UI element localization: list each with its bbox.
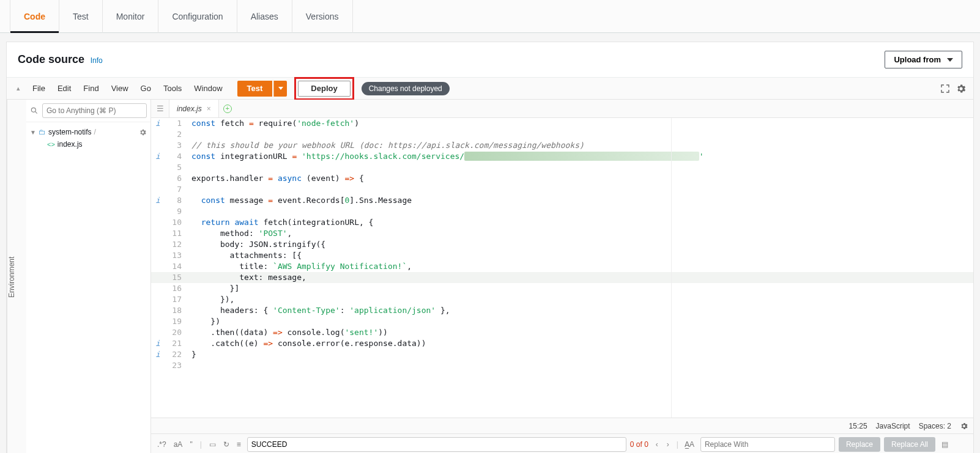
code-line[interactable]: i4const integrationURL = 'https://hooks.… — [151, 151, 973, 162]
gutter-info-icon — [151, 250, 165, 261]
folder-gear-icon[interactable] — [139, 128, 147, 136]
code-line[interactable]: 23 — [151, 360, 973, 371]
caret-down-icon — [947, 58, 953, 62]
line-number: 22 — [165, 349, 187, 360]
code-line[interactable]: 18 headers: { 'Content-Type': 'applicati… — [151, 305, 973, 316]
indent-toggle-icon[interactable]: ≡ — [234, 439, 243, 450]
code-text: }] — [187, 283, 973, 294]
search-icon[interactable] — [30, 106, 39, 115]
editor-tab-index-js[interactable]: index.js × — [169, 100, 219, 117]
find-next-icon[interactable]: › — [663, 439, 673, 450]
editor-status-bar: 15:25 JavaScript Spaces: 2 — [151, 418, 973, 433]
code-line[interactable]: 17 }), — [151, 294, 973, 305]
code-line[interactable]: 13 attachments: [{ — [151, 250, 973, 261]
tab-code[interactable]: Code — [10, 0, 59, 33]
code-line[interactable]: 3// this should be your webhook URL (doc… — [151, 140, 973, 151]
code-line[interactable]: 7 — [151, 184, 973, 195]
find-overflow-icon[interactable]: ▤ — [939, 440, 951, 449]
cursor-position[interactable]: 15:25 — [849, 422, 867, 430]
upload-from-button[interactable]: Upload from — [885, 51, 962, 68]
go-to-anything-input[interactable] — [42, 103, 147, 118]
add-icon: + — [223, 105, 232, 113]
line-number: 20 — [165, 327, 187, 338]
code-line[interactable]: 5 — [151, 162, 973, 173]
whole-word-toggle-icon[interactable]: " — [187, 439, 195, 450]
tab-aliases[interactable]: Aliases — [237, 0, 292, 33]
code-line[interactable]: 2 — [151, 129, 973, 140]
menu-find[interactable]: Find — [77, 81, 105, 95]
code-line[interactable]: 12 body: JSON.stringify({ — [151, 239, 973, 250]
language-mode[interactable]: JavaScript — [876, 422, 910, 430]
folder-root[interactable]: ▼ 🗀 system-notifs / — [30, 126, 147, 138]
info-link[interactable]: Info — [91, 56, 103, 65]
tab-monitor[interactable]: Monitor — [103, 0, 159, 33]
code-line[interactable]: i21 .catch((e) => console.error(e.respon… — [151, 338, 973, 349]
replace-button[interactable]: Replace — [839, 437, 880, 452]
code-text — [187, 206, 973, 217]
code-text — [187, 360, 973, 371]
case-preserve-icon[interactable]: A̲A — [682, 439, 697, 450]
indent-setting[interactable]: Spaces: 2 — [919, 422, 951, 430]
menu-view[interactable]: View — [105, 81, 135, 95]
tab-configuration[interactable]: Configuration — [158, 0, 237, 33]
code-line[interactable]: 14 title: `AWS Amplifyy Notification!`, — [151, 261, 973, 272]
code-line[interactable]: 15 text: message, — [151, 272, 973, 283]
find-prev-icon[interactable]: ‹ — [652, 439, 662, 450]
menu-edit[interactable]: Edit — [51, 81, 77, 95]
code-text: body: JSON.stringify({ — [187, 239, 973, 250]
tab-list-icon[interactable]: ☰ — [151, 100, 169, 117]
code-line[interactable]: 6exports.handler = async (event) => { — [151, 173, 973, 184]
code-text: const integrationURL = 'https://hooks.sl… — [187, 151, 973, 162]
find-options: .*? aA " | ▭ ↻ ≡ — [155, 439, 243, 450]
environment-side-tab[interactable]: Environment — [7, 100, 26, 453]
code-line[interactable]: i22} — [151, 349, 973, 360]
code-line[interactable]: 16 }] — [151, 283, 973, 294]
collapse-toggle-icon[interactable]: ▴ — [12, 82, 25, 95]
code-line[interactable]: 10 return await fetch(integrationURL, { — [151, 217, 973, 228]
code-line[interactable]: 19 }) — [151, 316, 973, 327]
tab-versions[interactable]: Versions — [292, 0, 353, 33]
code-text — [187, 129, 973, 140]
tab-test[interactable]: Test — [59, 0, 103, 33]
code-text: }), — [187, 294, 973, 305]
svg-point-0 — [31, 108, 35, 112]
menu-go[interactable]: Go — [135, 81, 157, 95]
wrap-toggle-icon[interactable]: ↻ — [221, 439, 232, 450]
line-number: 7 — [165, 184, 187, 195]
regex-toggle-icon[interactable]: .*? — [155, 439, 169, 450]
upload-from-label: Upload from — [894, 55, 941, 64]
folder-icon: 🗀 — [39, 128, 46, 136]
line-number: 12 — [165, 239, 187, 250]
gutter-info-icon — [151, 239, 165, 250]
close-tab-icon[interactable]: × — [207, 105, 211, 113]
test-button[interactable]: Test — [237, 81, 273, 97]
code-line[interactable]: i1const fetch = require('node-fetch') — [151, 118, 973, 129]
code-line[interactable]: i8 const message = event.Records[0].Sns.… — [151, 195, 973, 206]
file-row[interactable]: <> index.js — [30, 138, 147, 150]
replace-input[interactable] — [700, 437, 835, 452]
selection-toggle-icon[interactable]: ▭ — [207, 439, 218, 450]
file-tree: ▼ 🗀 system-notifs / <> index.js — [26, 122, 150, 154]
new-tab-button[interactable]: + — [219, 100, 236, 117]
code-line[interactable]: 20 .then((data) => console.log('sent!')) — [151, 327, 973, 338]
code-text: .catch((e) => console.error(e.response.d… — [187, 338, 973, 349]
fullscreen-icon[interactable] — [938, 81, 952, 96]
deploy-button[interactable]: Deploy — [298, 81, 350, 97]
status-gear-icon[interactable] — [960, 422, 968, 430]
menu-tools[interactable]: Tools — [157, 81, 188, 95]
menu-window[interactable]: Window — [188, 81, 228, 95]
code-viewport[interactable]: i1const fetch = require('node-fetch')23/… — [151, 118, 973, 418]
menu-file[interactable]: File — [26, 81, 51, 95]
find-input[interactable] — [247, 437, 626, 452]
case-toggle-icon[interactable]: aA — [171, 439, 185, 450]
code-line[interactable]: 9 — [151, 206, 973, 217]
line-number: 2 — [165, 129, 187, 140]
replace-all-button[interactable]: Replace All — [884, 437, 935, 452]
code-line[interactable]: 11 method: 'POST', — [151, 228, 973, 239]
line-number: 23 — [165, 360, 187, 371]
line-number: 18 — [165, 305, 187, 316]
deploy-status-pill: Changes not deployed — [362, 82, 450, 95]
test-dropdown-button[interactable] — [273, 81, 287, 97]
svg-line-1 — [35, 111, 37, 113]
gear-icon[interactable] — [954, 81, 968, 96]
